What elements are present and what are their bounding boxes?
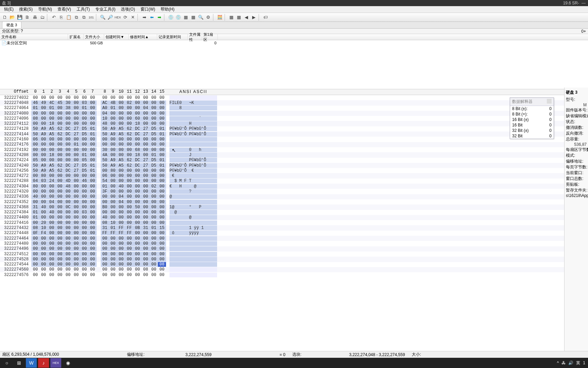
hex-byte[interactable]: 00 — [48, 226, 56, 230]
hex-byte[interactable]: 00 — [150, 173, 158, 178]
hex-byte[interactable]: 50 — [31, 126, 39, 131]
prev-icon[interactable]: ◀ — [243, 14, 250, 21]
hex-byte[interactable]: 50 — [101, 132, 109, 137]
hex-byte[interactable]: 00 — [142, 194, 150, 199]
hex-byte[interactable]: 01 — [158, 158, 166, 163]
hex-byte[interactable]: 00 — [88, 267, 97, 272]
hex-byte[interactable]: 00 — [64, 236, 72, 241]
hex-byte[interactable]: 00 — [109, 215, 117, 220]
hex-row[interactable]: 322227424050A9A562DC27D50150A9A562DC27D5… — [0, 163, 582, 168]
hex-byte[interactable]: 50 — [101, 126, 109, 131]
hex-byte[interactable]: 00 — [158, 95, 166, 100]
hex-ascii[interactable]: ô ÿÿÿÿ — [169, 231, 217, 235]
hex-byte[interactable]: 00 — [109, 205, 117, 210]
hex-row[interactable]: 3222274416002000000000000008100000000000… — [0, 220, 582, 225]
hex-byte[interactable]: 00 — [48, 142, 56, 147]
hex-byte[interactable]: 00 — [39, 148, 48, 152]
hex-byte[interactable]: 00 — [150, 142, 158, 147]
hex-byte[interactable]: 08 — [101, 220, 109, 225]
hex-byte[interactable]: 00 — [56, 106, 64, 110]
hex-ascii[interactable]: P©¥bÜ'Õ — [169, 158, 217, 163]
hex-byte[interactable]: 00 — [48, 267, 56, 272]
hex-byte[interactable]: FF — [101, 231, 109, 235]
hex-byte[interactable]: 03 — [39, 179, 48, 183]
hex-byte[interactable]: 02 — [125, 101, 133, 105]
hex-byte[interactable]: 04 — [101, 111, 109, 116]
hex-byte[interactable]: 00 — [109, 252, 117, 257]
hex-byte[interactable]: A5 — [48, 163, 56, 168]
hex-byte[interactable]: 00 — [72, 106, 80, 110]
filelist-area[interactable]: 📄未分区空间 500 GB 0 — [0, 40, 588, 89]
hex-byte[interactable]: B0 — [101, 205, 109, 210]
hex-byte[interactable]: 00 — [158, 116, 166, 121]
hex-row[interactable]: 3222274544000000000000000000000000000000… — [0, 262, 582, 267]
hex-byte[interactable]: 01 — [31, 215, 39, 220]
hex-byte[interactable]: DC — [64, 132, 72, 137]
hex-ascii[interactable]: $ M F T — [169, 179, 217, 183]
hex-byte[interactable]: 00 — [48, 262, 56, 267]
hex-byte[interactable]: 15 — [158, 226, 166, 230]
hex-byte[interactable]: 00 — [101, 252, 109, 257]
hex-byte[interactable]: 00 — [31, 200, 39, 204]
hex-byte[interactable]: 00 — [80, 220, 88, 225]
hex-byte[interactable]: 00 — [142, 189, 150, 194]
hex-byte[interactable]: 00 — [109, 200, 117, 204]
hex-byte[interactable]: 00 — [117, 220, 125, 225]
hex-byte[interactable]: 00 — [80, 241, 88, 246]
hex-byte[interactable]: 01 — [80, 106, 88, 110]
hex-byte[interactable]: A9 — [39, 163, 48, 168]
hex-byte[interactable]: 00 — [158, 194, 166, 199]
hex-byte[interactable]: 00 — [158, 205, 166, 210]
hex-byte[interactable]: 00 — [117, 142, 125, 147]
hex-byte[interactable]: 00 — [64, 173, 72, 178]
hex-row[interactable]: 322227443208100000000000003101FFFF0B3101… — [0, 225, 582, 230]
hex-byte[interactable]: 00 — [101, 273, 109, 277]
hex-byte[interactable]: 00 — [150, 95, 158, 100]
next-icon[interactable]: ▶ — [250, 14, 257, 21]
hex-byte[interactable]: 80 — [39, 173, 48, 178]
hex-byte[interactable]: 00 — [142, 148, 150, 152]
menu-辑(E)[interactable]: 辑(E) — [1, 6, 16, 13]
hex-byte[interactable]: 00 — [64, 153, 72, 157]
tool-icon[interactable]: ⚙ — [205, 14, 212, 21]
hex-byte[interactable]: 00 — [48, 236, 56, 241]
hex-ascii[interactable]: J — [169, 153, 217, 157]
paste-icon[interactable]: 📋 — [65, 14, 72, 21]
hex-byte[interactable]: 27 — [72, 163, 80, 168]
hex-byte[interactable]: 00 — [64, 226, 72, 230]
hex-byte[interactable]: 00 — [88, 189, 97, 194]
hex-byte[interactable]: 00 — [150, 273, 158, 277]
hex-byte[interactable]: 00 — [64, 116, 72, 121]
hex-byte[interactable]: 00 — [101, 236, 109, 241]
hex-byte[interactable]: A5 — [117, 158, 125, 163]
hex-byte[interactable]: 00 — [150, 246, 158, 251]
hex-byte[interactable]: 00 — [117, 101, 125, 105]
hex-byte[interactable]: 00 — [117, 257, 125, 262]
hex-byte[interactable]: 27 — [72, 132, 80, 137]
hex-byte[interactable]: 00 — [117, 246, 125, 251]
hex-byte[interactable]: 00 — [39, 189, 48, 194]
hex-byte[interactable]: 00 — [39, 116, 48, 121]
hex-byte[interactable]: 00 — [150, 210, 158, 215]
hex-byte[interactable]: 00 — [117, 215, 125, 220]
hex-byte[interactable]: 00 — [158, 215, 166, 220]
hex-byte[interactable]: 00 — [158, 173, 166, 178]
hex-byte[interactable]: 00 — [150, 101, 158, 105]
hex-byte[interactable]: 00 — [72, 116, 80, 121]
hex-byte[interactable]: 00 — [117, 205, 125, 210]
hex-byte[interactable]: 00 — [39, 142, 48, 147]
hex-byte[interactable]: DC — [64, 126, 72, 131]
hex-byte[interactable]: 00 — [88, 200, 97, 204]
hex-byte[interactable]: 04 — [48, 200, 56, 204]
hex-byte[interactable]: 31 — [31, 205, 39, 210]
minimize-button[interactable]: — — [581, 1, 586, 5]
hex-byte[interactable]: 00 — [125, 153, 133, 157]
hex-byte[interactable]: 00 — [48, 137, 56, 142]
hex-byte[interactable]: 00 — [31, 262, 39, 267]
hex-byte[interactable]: 00 — [158, 231, 166, 235]
print-icon[interactable]: 🖶 — [31, 14, 38, 21]
hex-byte[interactable]: 00 — [64, 246, 72, 251]
hex-byte[interactable]: 00 — [158, 148, 166, 152]
hex-byte[interactable]: 00 — [80, 173, 88, 178]
hex-byte[interactable]: 01 — [48, 106, 56, 110]
